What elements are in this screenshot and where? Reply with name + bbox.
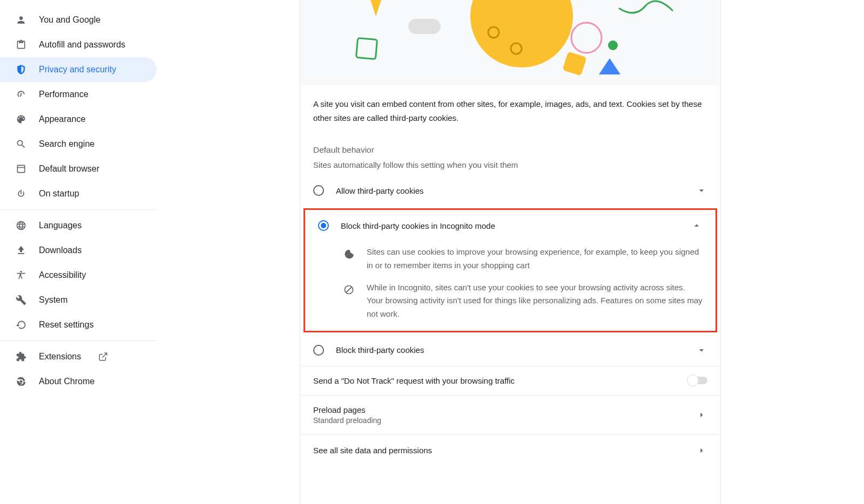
sidebar-item-extensions[interactable]: Extensions bbox=[0, 344, 157, 369]
sidebar-item-you-and-google[interactable]: You and Google bbox=[0, 8, 157, 32]
setting-label: See all site data and permissions bbox=[313, 446, 685, 455]
sidebar-item-on-startup[interactable]: On startup bbox=[0, 181, 157, 206]
browser-icon bbox=[15, 163, 27, 175]
restore-icon bbox=[15, 319, 27, 331]
open-in-new-icon bbox=[98, 352, 108, 362]
download-icon bbox=[15, 244, 27, 256]
option-label: Block third-party cookies in Incognito m… bbox=[341, 221, 679, 230]
sidebar-item-system[interactable]: System bbox=[0, 288, 157, 312]
sidebar-label: On startup bbox=[39, 189, 79, 199]
chevron-down-icon[interactable] bbox=[696, 344, 707, 356]
accessibility-icon bbox=[15, 269, 27, 281]
hero-illustration bbox=[300, 0, 720, 85]
option-block-all[interactable]: Block third-party cookies bbox=[300, 335, 720, 366]
shield-icon bbox=[15, 64, 27, 76]
option-label: Allow third-party cookies bbox=[336, 186, 684, 195]
sidebar-item-downloads[interactable]: Downloads bbox=[0, 238, 157, 263]
sidebar-label: Appearance bbox=[39, 114, 85, 124]
sidebar-label: Accessibility bbox=[39, 270, 86, 280]
chrome-icon bbox=[15, 376, 27, 387]
settings-sidebar: You and Google Autofill and passwords Pr… bbox=[0, 0, 157, 504]
speedometer-icon bbox=[15, 88, 27, 100]
sidebar-item-accessibility[interactable]: Accessibility bbox=[0, 263, 157, 288]
chevron-down-icon[interactable] bbox=[696, 185, 707, 196]
sidebar-label: About Chrome bbox=[39, 377, 94, 386]
sidebar-label: Search engine bbox=[39, 139, 94, 149]
sidebar-label: Extensions bbox=[39, 352, 81, 362]
svg-marker-5 bbox=[599, 58, 620, 74]
power-icon bbox=[15, 188, 27, 200]
sidebar-label: Reset settings bbox=[39, 320, 93, 330]
explain-text: While in Incognito, sites can't use your… bbox=[367, 281, 703, 321]
sidebar-item-about-chrome[interactable]: About Chrome bbox=[0, 369, 157, 394]
block-icon bbox=[343, 284, 355, 296]
sidebar-divider bbox=[0, 340, 157, 341]
sidebar-label: Autofill and passwords bbox=[39, 40, 125, 50]
setting-sub: Standard preloading bbox=[313, 416, 685, 425]
sidebar-label: Default browser bbox=[39, 164, 99, 174]
svg-point-0 bbox=[470, 0, 573, 67]
clipboard-icon bbox=[15, 39, 27, 51]
setting-do-not-track[interactable]: Send a "Do Not Track" request with your … bbox=[300, 366, 720, 395]
setting-site-data[interactable]: See all site data and permissions bbox=[300, 434, 720, 466]
svg-rect-4 bbox=[562, 51, 586, 76]
explain-row-block: While in Incognito, sites can't use your… bbox=[305, 277, 716, 331]
settings-content: A site you visit can embed content from … bbox=[300, 0, 721, 504]
sidebar-label: Languages bbox=[39, 221, 82, 230]
sidebar-divider bbox=[0, 209, 157, 210]
section-label-default-behavior: Default behavior bbox=[300, 128, 720, 157]
svg-point-7 bbox=[608, 40, 618, 50]
extension-icon bbox=[15, 351, 27, 363]
chevron-right-icon[interactable] bbox=[696, 445, 707, 457]
highlight-box: Block third-party cookies in Incognito m… bbox=[303, 208, 717, 332]
toggle-off[interactable] bbox=[688, 377, 707, 384]
intro-text: A site you visit can embed content from … bbox=[300, 85, 720, 128]
radio-unselected-icon[interactable] bbox=[313, 345, 324, 356]
person-icon bbox=[15, 14, 27, 26]
sidebar-item-privacy-security[interactable]: Privacy and security bbox=[0, 57, 157, 82]
sidebar-label: Privacy and security bbox=[39, 65, 116, 74]
setting-label: Send a "Do Not Track" request with your … bbox=[313, 376, 677, 385]
search-icon bbox=[15, 138, 27, 150]
sidebar-item-default-browser[interactable]: Default browser bbox=[0, 156, 157, 181]
option-allow-third-party[interactable]: Allow third-party cookies bbox=[300, 175, 720, 206]
svg-rect-9 bbox=[408, 19, 441, 34]
sidebar-label: System bbox=[39, 295, 68, 305]
svg-point-6 bbox=[571, 23, 602, 53]
option-label: Block third-party cookies bbox=[336, 345, 684, 355]
explain-row-cookie: Sites can use cookies to improve your br… bbox=[305, 241, 716, 277]
cookie-icon bbox=[343, 248, 355, 260]
sidebar-item-languages[interactable]: Languages bbox=[0, 213, 157, 238]
setting-preload-pages[interactable]: Preload pages Standard preloading bbox=[300, 395, 720, 434]
chevron-up-icon[interactable] bbox=[691, 220, 703, 231]
sidebar-item-autofill[interactable]: Autofill and passwords bbox=[0, 32, 157, 57]
chevron-right-icon[interactable] bbox=[696, 409, 707, 421]
wrench-icon bbox=[15, 294, 27, 306]
sidebar-item-reset-settings[interactable]: Reset settings bbox=[0, 312, 157, 337]
radio-selected-icon[interactable] bbox=[318, 220, 329, 231]
sidebar-item-appearance[interactable]: Appearance bbox=[0, 107, 157, 132]
sidebar-label: You and Google bbox=[39, 15, 100, 25]
sidebar-label: Downloads bbox=[39, 246, 82, 255]
svg-rect-8 bbox=[356, 38, 377, 59]
sidebar-item-performance[interactable]: Performance bbox=[0, 82, 157, 107]
globe-icon bbox=[15, 220, 27, 231]
sidebar-label: Performance bbox=[39, 90, 89, 99]
sidebar-item-search-engine[interactable]: Search engine bbox=[0, 132, 157, 156]
setting-label: Preload pages bbox=[313, 405, 685, 414]
palette-icon bbox=[15, 113, 27, 125]
explain-text: Sites can use cookies to improve your br… bbox=[367, 246, 703, 273]
radio-unselected-icon[interactable] bbox=[313, 185, 324, 196]
option-block-incognito[interactable]: Block third-party cookies in Incognito m… bbox=[305, 210, 716, 241]
section-sub-default-behavior: Sites automatically follow this setting … bbox=[300, 157, 720, 175]
